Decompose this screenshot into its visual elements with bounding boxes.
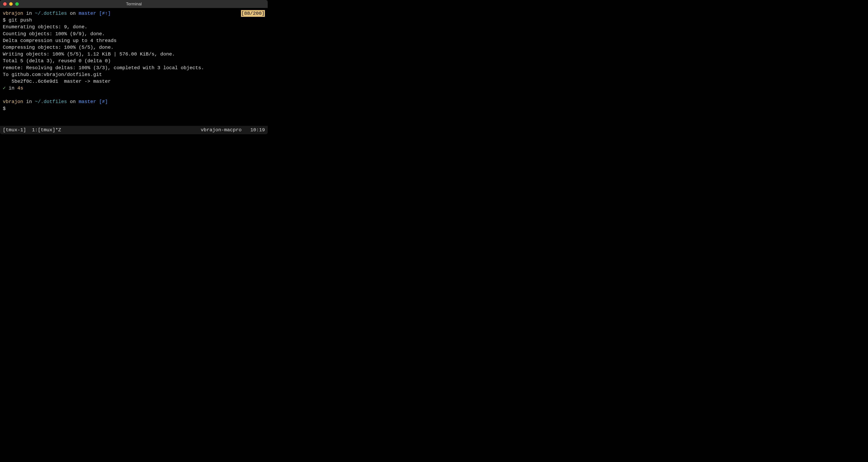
- output-line: Enumerating objects: 9, done.: [3, 24, 265, 30]
- maximize-icon[interactable]: [15, 2, 19, 6]
- prompt-line: vbrajon in ~/.dotfiles on master [≠]: [3, 98, 265, 105]
- prompt-line: vbrajon in ~/.dotfiles on master [≠↑]: [3, 10, 265, 17]
- window-title: Terminal: [126, 1, 142, 7]
- prompt-sep: on: [67, 99, 79, 104]
- prompt-user: vbrajon: [3, 99, 23, 104]
- output-line: remote: Resolving deltas: 100% (3/3), co…: [3, 65, 265, 71]
- output-line: To github.com:vbrajon/dotfiles.git: [3, 71, 265, 78]
- prompt-git-status: [≠↑]: [96, 11, 111, 16]
- tmux-session-info: [tmux-1] 1:[tmux]*Z: [3, 127, 61, 133]
- output-line: Compressing objects: 100% (5/5), done.: [3, 44, 265, 51]
- prompt-user: vbrajon: [3, 11, 23, 16]
- result-line: ✓ in 4s: [3, 85, 265, 92]
- prompt-sep: on: [67, 11, 79, 16]
- titlebar: Terminal: [0, 0, 268, 8]
- traffic-lights: [3, 2, 19, 6]
- output-line: Total 5 (delta 3), reused 0 (delta 0): [3, 58, 265, 64]
- tmux-host-time: vbrajon-macpro 10:19: [201, 127, 265, 133]
- prompt-path: ~/.dotfiles: [35, 11, 67, 16]
- command-line: $ git push: [3, 17, 265, 24]
- tmux-time: 10:19: [250, 127, 265, 133]
- minimize-icon[interactable]: [9, 2, 13, 6]
- result-sep: in: [6, 86, 18, 91]
- output-line: Delta compression using up to 4 threads: [3, 37, 265, 44]
- prompt-branch: master: [79, 99, 96, 104]
- check-icon: ✓: [3, 86, 6, 91]
- output-line: Writing objects: 100% (5/5), 1.12 KiB | …: [3, 51, 265, 58]
- close-icon[interactable]: [3, 2, 7, 6]
- result-duration: 4s: [18, 86, 23, 91]
- tmux-status-bar: [tmux-1] 1:[tmux]*Z vbrajon-macpro 10:19: [0, 126, 268, 134]
- terminal-window: Terminal [88/200] vbrajon in ~/.dotfiles…: [0, 0, 268, 134]
- prompt-sep: in: [23, 11, 35, 16]
- terminal-body[interactable]: [88/200] vbrajon in ~/.dotfiles on maste…: [0, 8, 268, 126]
- output-line: 5be2f0c..6c6e9d1 master -> master: [3, 78, 265, 85]
- tmux-host: vbrajon-macpro: [201, 127, 242, 133]
- prompt-branch: master: [79, 11, 96, 16]
- blank-line: [3, 92, 265, 98]
- output-line: Counting objects: 100% (9/9), done.: [3, 31, 265, 37]
- prompt-path: ~/.dotfiles: [35, 99, 67, 104]
- history-badge: [88/200]: [241, 10, 265, 17]
- command-line[interactable]: $: [3, 105, 265, 112]
- prompt-sep: in: [23, 99, 35, 104]
- prompt-git-status: [≠]: [96, 99, 108, 104]
